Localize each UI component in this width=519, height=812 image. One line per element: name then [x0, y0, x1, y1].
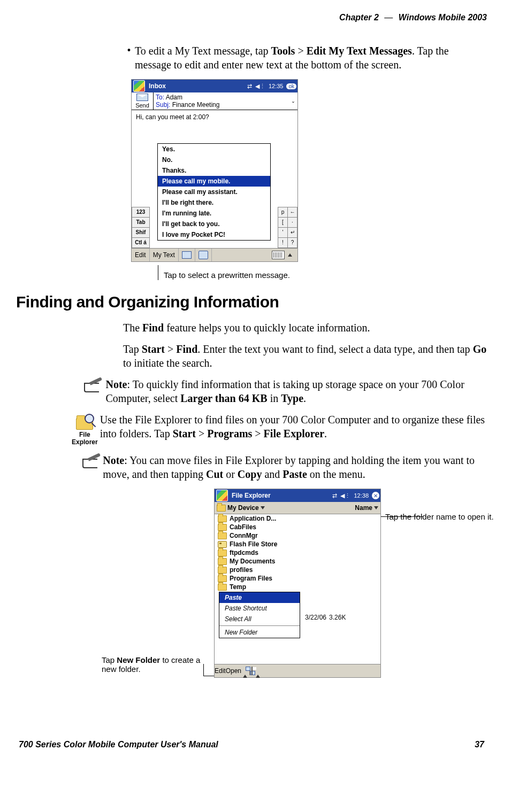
connectivity-icon[interactable]: ⇄ — [332, 492, 337, 499]
subject-field[interactable]: Subj: Finance Meeting — [156, 101, 295, 109]
keyboard-right-keys[interactable]: p← [· '↵ !? — [278, 207, 297, 248]
note-block: Note: You can move files in File Explore… — [123, 453, 487, 481]
folder-row[interactable]: Flash File Store — [215, 540, 380, 548]
inbox-screenshot: Inbox ⇄ ◀⋮ 12:35 ok Send To: Adam Sub — [131, 79, 298, 262]
titlebar: File Explorer ⇄ ◀⋮ 12:38 ✕ — [215, 489, 380, 502]
storage-card-icon — [218, 541, 227, 548]
callout-right: Tap the folder name to open it. — [385, 512, 498, 521]
context-item-paste[interactable]: Paste — [219, 592, 300, 603]
file-explorer-screenshot-block: Tap the folder name to open it. Tap New … — [123, 489, 487, 713]
mytext-option[interactable]: Thanks. — [158, 165, 270, 176]
folder-icon — [218, 532, 227, 539]
key-123[interactable]: 123 — [132, 207, 150, 218]
volume-icon[interactable]: ◀⋮ — [340, 492, 350, 499]
folder-icon — [218, 515, 227, 522]
folder-icon — [218, 575, 227, 582]
page-header: Chapter 2 — Windows Mobile 2003 — [16, 13, 487, 22]
file-explorer-screenshot: File Explorer ⇄ ◀⋮ 12:38 ✕ My Device — [214, 489, 381, 678]
contacts-icon[interactable] — [195, 249, 212, 261]
folder-row[interactable]: Application D... — [215, 514, 380, 523]
keyboard-left-keys[interactable]: 123 Tab Shif Ctl á — [132, 207, 150, 248]
clock-text: 12:35 — [269, 83, 284, 89]
sip-toggle[interactable] — [250, 667, 262, 675]
folder-icon — [218, 524, 227, 531]
note-text: Note: You can move files in File Explore… — [103, 453, 487, 481]
note-icon — [82, 455, 101, 468]
fe-path-bar: My Device Name — [215, 502, 380, 514]
chevron-down-icon — [261, 506, 265, 509]
header-dash: — — [384, 13, 393, 22]
path-dropdown[interactable]: My Device — [215, 504, 265, 512]
expand-chevron-icon[interactable]: ˇ — [292, 101, 294, 109]
folder-icon — [218, 567, 227, 574]
edit-menu[interactable]: Edit — [132, 249, 150, 261]
attach-icon[interactable] — [179, 249, 195, 261]
folder-row[interactable]: CabFiles — [215, 523, 380, 531]
paragraph: Tap Start > Find. Enter the text you wan… — [123, 342, 487, 370]
fe-bottombar: Edit Open — [215, 664, 380, 677]
folder-row[interactable]: Program Files — [215, 574, 380, 583]
bullet-item: • To edit a My Text message, tap Tools >… — [123, 44, 487, 72]
edit-menu[interactable]: Edit — [215, 667, 226, 675]
mytext-option[interactable]: I love my Pocket PC! — [158, 229, 270, 240]
folder-row[interactable]: ftpdcmds — [215, 548, 380, 557]
volume-icon[interactable]: ◀⋮ — [255, 83, 265, 90]
note-icon — [84, 380, 102, 392]
header-title: Windows Mobile 2003 — [399, 13, 487, 22]
file-explorer-block: File Explorer Use the File Explorer to f… — [123, 413, 487, 446]
folder-row[interactable]: ConnMgr — [215, 531, 380, 540]
key-tab[interactable]: Tab — [132, 217, 150, 228]
folder-row[interactable]: Temp — [215, 583, 380, 591]
sort-dropdown[interactable]: Name — [355, 504, 380, 512]
folder-icon — [218, 584, 227, 591]
mytext-option[interactable]: Yes. — [158, 144, 270, 154]
clock-text: 12:38 — [354, 492, 369, 499]
callout-text: Tap to select a prewritten message. — [164, 265, 290, 280]
context-menu: Paste Paste Shortcut Select All New Fold… — [219, 592, 300, 638]
header-chapter: Chapter 2 — [339, 13, 379, 22]
start-icon[interactable] — [133, 80, 145, 92]
mytext-menu[interactable]: My Text — [150, 249, 179, 261]
mytext-option[interactable]: I'll get back to you. — [158, 219, 270, 229]
sip-toggle[interactable] — [268, 249, 297, 261]
connectivity-icon[interactable]: ⇄ — [247, 83, 252, 90]
folder-icon — [218, 550, 227, 556]
mytext-option[interactable]: No. — [158, 154, 270, 165]
send-button[interactable]: Send — [132, 92, 154, 110]
key-shift[interactable]: Shif — [132, 227, 150, 238]
context-item-paste-shortcut[interactable]: Paste Shortcut — [219, 603, 300, 614]
section-heading: Finding and Organizing Information — [16, 293, 487, 311]
footer-title: 700 Series Color Mobile Computer User's … — [19, 740, 218, 749]
mytext-option[interactable]: Please call my assistant. — [158, 187, 270, 197]
fe-list: Application D... CabFiles ConnMgr Flash … — [215, 514, 380, 664]
file-explorer-program-icon: File Explorer — [70, 413, 100, 446]
to-field[interactable]: To: Adam — [156, 94, 295, 101]
paragraph: Use the File Explorer to find files on y… — [100, 413, 487, 446]
folder-icon — [217, 505, 226, 512]
page-footer: 700 Series Color Mobile Computer User's … — [16, 740, 487, 749]
callout-left: Tap New Folder to create a new folder. — [102, 655, 203, 674]
start-icon[interactable] — [216, 490, 228, 501]
context-item-new-folder[interactable]: New Folder — [219, 627, 300, 638]
mytext-option-selected[interactable]: Please call my mobile. — [158, 176, 270, 187]
key-ctl[interactable]: Ctl á — [132, 237, 150, 248]
chevron-down-icon — [374, 506, 378, 509]
mytext-popup: Yes. No. Thanks. Please call my mobile. … — [157, 143, 271, 241]
folder-row[interactable]: My Documents — [215, 557, 380, 566]
inbox-bottombar: Edit My Text — [132, 248, 297, 261]
bullet-marker: • — [123, 44, 135, 72]
mytext-option[interactable]: I'll be right there. — [158, 197, 270, 208]
paragraph: The Find feature helps you to quickly lo… — [123, 321, 487, 335]
ok-button[interactable]: ok — [286, 83, 296, 89]
envelope-icon — [136, 94, 148, 101]
message-body[interactable]: Hi, can you meet at 2:00? — [132, 110, 297, 143]
folder-row[interactable]: profiles — [215, 566, 380, 574]
callout-inbox: Tap to select a prewritten message. — [158, 265, 487, 280]
mytext-option[interactable]: I'm running late. — [158, 208, 270, 219]
titlebar: Inbox ⇄ ◀⋮ 12:35 ok — [132, 80, 297, 92]
folder-icon — [218, 558, 227, 565]
close-button[interactable]: ✕ — [372, 492, 379, 499]
context-item-select-all[interactable]: Select All — [219, 614, 300, 624]
note-block: Note: To quickly find information that i… — [123, 377, 487, 405]
window-title: File Explorer — [230, 492, 332, 499]
